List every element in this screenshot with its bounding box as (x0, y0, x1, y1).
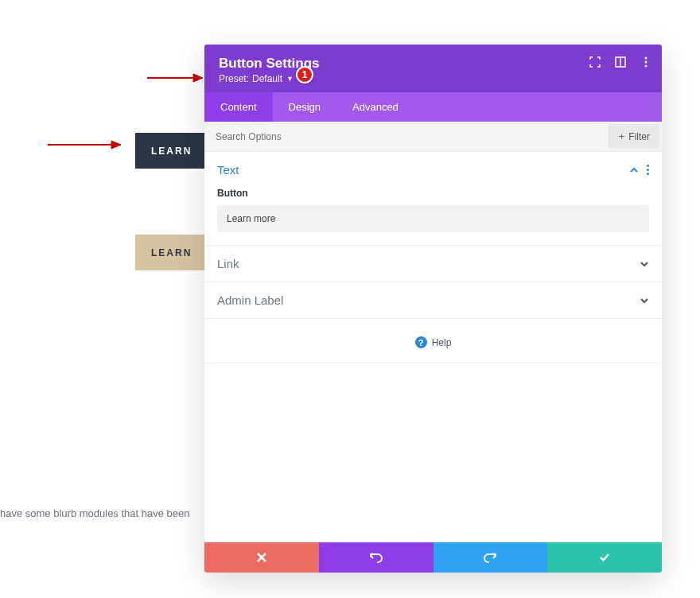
button-field-label: Button (217, 188, 649, 199)
section-text-body: Button (204, 188, 662, 245)
close-icon (257, 553, 266, 562)
check-icon (599, 552, 610, 563)
button-settings-modal: Button Settings Preset: Default ▼ 1 (204, 45, 662, 573)
chevron-down-icon: ▼ (286, 75, 294, 83)
undo-icon (370, 551, 383, 564)
background-button-tan-label: LEARN (151, 247, 192, 258)
svg-point-15 (653, 567, 655, 569)
section-text-title: Text (217, 163, 239, 177)
svg-point-11 (656, 561, 658, 562)
section-admin-label-title: Admin Label (217, 293, 283, 307)
kebab-menu-icon[interactable] (640, 56, 652, 68)
section-admin-label-header[interactable]: Admin Label (204, 282, 662, 318)
svg-point-6 (645, 57, 648, 60)
svg-point-13 (656, 564, 658, 565)
svg-marker-1 (193, 74, 203, 82)
section-text: Text Button (204, 152, 662, 246)
filter-button[interactable]: + Filter (609, 124, 659, 149)
undo-button[interactable] (319, 542, 434, 573)
save-button[interactable] (547, 542, 662, 573)
button-text-input[interactable] (217, 205, 649, 232)
svg-marker-3 (111, 141, 121, 149)
background-body-text: have some blurb modules that have been (0, 507, 190, 519)
section-link-title: Link (217, 257, 239, 270)
section-text-header[interactable]: Text (204, 152, 662, 188)
search-input[interactable] (204, 123, 606, 150)
content-area: Text Button Link Admin Label (204, 152, 662, 542)
annotation-arrow-2 (48, 140, 123, 150)
svg-point-7 (645, 61, 648, 64)
header-icon-group (589, 56, 652, 68)
annotation-arrow-1 (147, 73, 204, 83)
background-button-dark-label: LEARN (151, 146, 192, 157)
modal-title: Button Settings (219, 56, 648, 72)
preset-selector[interactable]: Preset: Default ▼ (219, 73, 648, 84)
chevron-down-icon (640, 296, 649, 305)
chevron-up-icon (629, 165, 639, 175)
resize-grip-icon[interactable] (649, 560, 659, 569)
redo-icon (484, 551, 496, 564)
search-row: + Filter (204, 122, 662, 152)
chevron-down-icon (640, 259, 649, 269)
tab-advanced[interactable]: Advanced (336, 92, 414, 122)
filter-label: Filter (628, 131, 650, 142)
tabs: Content Design Advanced (204, 92, 662, 122)
expand-icon[interactable] (589, 56, 601, 68)
svg-point-8 (645, 65, 648, 68)
section-link-header[interactable]: Link (204, 246, 662, 282)
annotation-badge-1: 1 (296, 66, 313, 83)
help-icon: ? (415, 336, 427, 348)
section-link: Link (204, 246, 662, 282)
snap-icon[interactable] (614, 56, 627, 68)
tab-content[interactable]: Content (204, 92, 273, 122)
cancel-button[interactable] (204, 542, 319, 573)
footer-bar (204, 542, 662, 573)
preset-value: Default (252, 73, 282, 84)
help-label: Help (432, 337, 452, 348)
section-admin-label: Admin Label (204, 282, 662, 319)
modal-header: Button Settings Preset: Default ▼ 1 (204, 45, 662, 92)
svg-point-16 (656, 567, 658, 569)
svg-point-14 (650, 567, 651, 569)
svg-point-12 (653, 564, 655, 565)
preset-label: Preset: (219, 73, 249, 84)
help-row[interactable]: ? Help (204, 319, 662, 363)
tab-design[interactable]: Design (273, 92, 336, 122)
redo-button[interactable] (434, 542, 548, 573)
section-kebab-icon[interactable] (647, 165, 649, 175)
plus-icon: + (619, 130, 625, 142)
